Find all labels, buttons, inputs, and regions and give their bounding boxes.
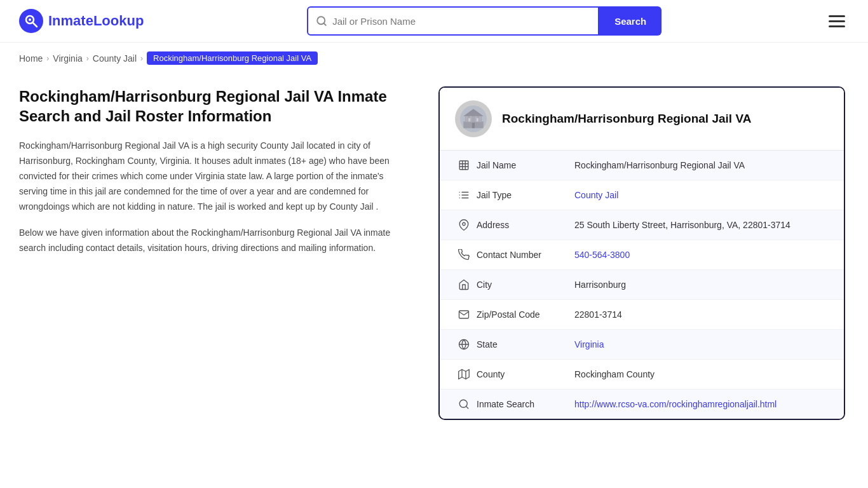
row-label: State — [473, 339, 574, 349]
mail-icon — [455, 309, 473, 320]
row-label: County — [473, 369, 574, 379]
table-row: Contact Number540-564-3800 — [440, 240, 844, 270]
svg-line-1 — [33, 23, 37, 27]
search-input[interactable] — [332, 16, 590, 27]
search-wrapper — [307, 6, 599, 36]
table-row: CountyRockingham County — [440, 360, 844, 390]
row-value: Rockingham County — [574, 369, 829, 379]
logo-text: InmateLookup — [48, 13, 144, 29]
hamburger-line-1 — [829, 15, 845, 17]
svg-line-30 — [466, 406, 468, 408]
row-label: Jail Type — [473, 190, 574, 200]
breadcrumb: Home › Virginia › County Jail › Rockingh… — [0, 43, 868, 74]
table-row: Jail TypeCounty Jail — [440, 180, 844, 210]
row-value: 22801-3714 — [574, 309, 829, 320]
hamburger-menu[interactable] — [825, 11, 849, 31]
info-card: Rockingham/Harrisonburg Regional Jail VA… — [438, 86, 845, 420]
jail-image-icon — [460, 105, 487, 132]
chevron-icon-1: › — [46, 54, 49, 63]
info-rows-container: Jail NameRockingham/Harrisonburg Regiona… — [440, 151, 844, 419]
hamburger-line-3 — [829, 25, 845, 27]
row-label: Zip/Postal Code — [473, 309, 574, 320]
svg-rect-16 — [459, 161, 468, 170]
table-row: Address25 South Liberty Street, Harrison… — [440, 210, 844, 240]
jail-thumbnail — [455, 100, 492, 137]
svg-marker-26 — [459, 370, 470, 379]
info-card-header: Rockingham/Harrisonburg Regional Jail VA — [440, 88, 844, 151]
right-column: Rockingham/Harrisonburg Regional Jail VA… — [438, 86, 845, 420]
row-value[interactable]: http://www.rcso-va.com/rockinghamregiona… — [574, 399, 829, 409]
svg-point-23 — [463, 222, 466, 226]
list-icon — [455, 189, 473, 201]
svg-rect-15 — [479, 116, 480, 121]
description-paragraph-1: Rockingham/Harrisonburg Regional Jail VA… — [19, 139, 413, 214]
site-header: InmateLookup Search — [0, 0, 868, 43]
svg-line-4 — [324, 23, 326, 25]
row-label: Contact Number — [473, 250, 574, 260]
search-area: Search — [307, 6, 661, 36]
map-icon — [455, 369, 473, 380]
table-row: CityHarrisonburg — [440, 270, 844, 300]
breadcrumb-home[interactable]: Home — [19, 53, 43, 64]
location-icon — [455, 219, 473, 231]
svg-rect-12 — [466, 116, 467, 121]
row-label: City — [473, 280, 574, 290]
page-heading: Rockingham/Harrisonburg Regional Jail VA… — [19, 86, 413, 126]
globe-icon — [455, 339, 473, 350]
search-button[interactable]: Search — [599, 6, 661, 36]
main-content: Rockingham/Harrisonburg Regional Jail VA… — [0, 74, 868, 445]
row-value[interactable]: 540-564-3800 — [574, 250, 829, 260]
svg-point-2 — [29, 18, 31, 21]
city-icon — [455, 279, 473, 290]
search-icon — [455, 398, 473, 410]
chevron-icon-2: › — [86, 54, 89, 63]
chevron-icon-3: › — [140, 54, 143, 63]
row-value[interactable]: County Jail — [574, 190, 829, 200]
table-row: Jail NameRockingham/Harrisonburg Regiona… — [440, 151, 844, 180]
breadcrumb-current: Rockingham/Harrisonburg Regional Jail VA — [147, 51, 318, 65]
breadcrumb-virginia[interactable]: Virginia — [53, 53, 82, 64]
logo-icon — [19, 9, 43, 33]
left-column: Rockingham/Harrisonburg Regional Jail VA… — [19, 86, 438, 420]
building-icon — [455, 159, 473, 171]
phone-icon — [455, 249, 473, 261]
table-row: Inmate Searchhttp://www.rcso-va.com/rock… — [440, 390, 844, 419]
svg-rect-11 — [472, 123, 475, 128]
row-value[interactable]: Virginia — [574, 339, 829, 349]
search-icon — [316, 15, 327, 27]
svg-rect-7 — [465, 116, 482, 123]
svg-rect-14 — [475, 116, 477, 121]
svg-rect-13 — [470, 116, 471, 121]
table-row: StateVirginia — [440, 330, 844, 360]
table-row: Zip/Postal Code22801-3714 — [440, 300, 844, 330]
row-label: Address — [473, 220, 574, 230]
row-value: Harrisonburg — [574, 280, 829, 290]
row-value: 25 South Liberty Street, Harrisonburg, V… — [574, 220, 829, 230]
hamburger-line-2 — [829, 20, 845, 22]
row-label: Jail Name — [473, 160, 574, 170]
row-label: Inmate Search — [473, 399, 574, 409]
description-paragraph-2: Below we have given information about th… — [19, 226, 413, 256]
breadcrumb-county-jail[interactable]: County Jail — [93, 53, 137, 64]
site-logo[interactable]: InmateLookup — [19, 9, 144, 33]
row-value: Rockingham/Harrisonburg Regional Jail VA — [574, 160, 829, 170]
card-title: Rockingham/Harrisonburg Regional Jail VA — [502, 112, 751, 126]
